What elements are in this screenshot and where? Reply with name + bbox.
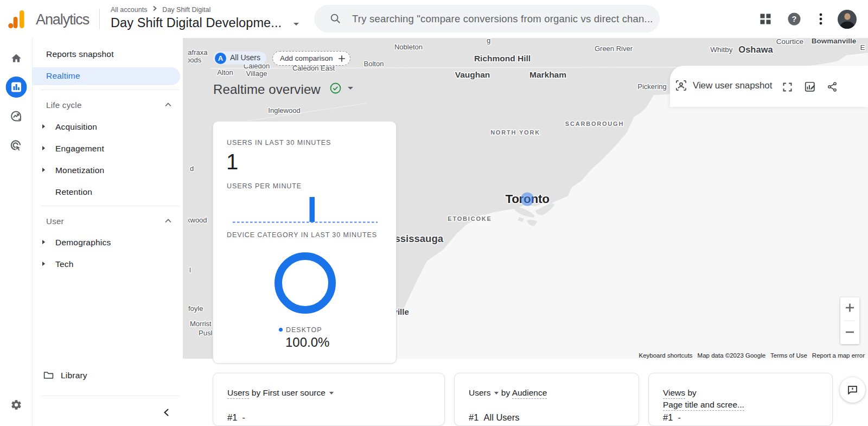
svg-text:Oshawa: Oshawa (738, 44, 773, 54)
svg-text:Markham: Markham (529, 70, 566, 79)
svg-text:Whitby: Whitby (710, 46, 733, 54)
svg-text:SCARBOROUGH: SCARBOROUGH (565, 120, 624, 127)
svg-text:kwood: kwood (188, 216, 207, 224)
svg-text:Alton: Alton (217, 68, 233, 77)
svg-text:?: ? (792, 15, 797, 23)
svg-text:Bowmanville: Bowmanville (812, 38, 857, 45)
svg-text:g: g (487, 38, 490, 44)
svg-text:Village: Village (246, 69, 267, 78)
svg-text:Vaughan: Vaughan (455, 70, 490, 79)
svg-text:NORTH YORK: NORTH YORK (490, 129, 540, 136)
svg-text:Inglewood: Inglewood (268, 106, 300, 115)
svg-text:Richmond Hill: Richmond Hill (474, 54, 531, 63)
svg-text:Pusl: Pusl (199, 329, 212, 337)
svg-text:Pickering: Pickering (637, 82, 666, 91)
svg-text:foyle: foyle (188, 304, 203, 313)
svg-text:Nobleton: Nobleton (394, 43, 423, 51)
svg-text:Bolton: Bolton (364, 60, 384, 68)
svg-text:E: E (860, 43, 865, 52)
svg-text:l: l (189, 266, 191, 274)
svg-text:rafraxa: rafraxa (188, 48, 208, 56)
svg-text:Morrist: Morrist (190, 320, 212, 328)
svg-text:ETOBICOKE: ETOBICOKE (448, 215, 492, 222)
svg-text:Courtice: Courtice (776, 38, 803, 46)
svg-text:Green River: Green River (595, 44, 633, 53)
svg-text:oods: oods (188, 56, 202, 64)
svg-text:d: d (190, 164, 194, 173)
